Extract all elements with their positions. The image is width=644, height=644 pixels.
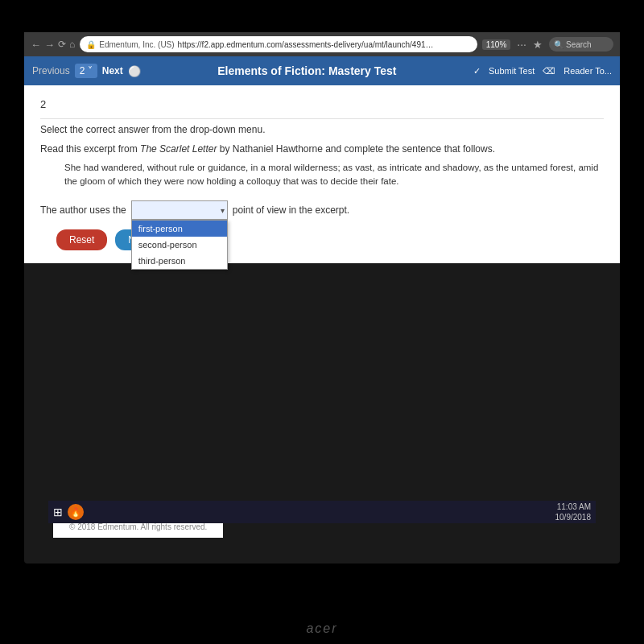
book-title: The Scarlet Letter bbox=[140, 143, 217, 155]
excerpt-text: She had wandered, without rule or guidan… bbox=[64, 161, 604, 189]
page-title: Elements of Fiction: Mastery Test bbox=[149, 64, 465, 77]
dropdown-item-third[interactable]: third-person bbox=[132, 253, 227, 269]
browser-right: 110% ··· ★ 🔍 Search bbox=[482, 37, 613, 52]
next-nav-button[interactable]: Next bbox=[102, 65, 123, 76]
instruction-text: Select the correct answer from the drop-… bbox=[40, 124, 604, 135]
content-area: 2 Select the correct answer from the dro… bbox=[24, 85, 620, 263]
taskbar-time: 11:03 AM bbox=[557, 502, 591, 512]
more-button[interactable]: ··· bbox=[517, 38, 526, 51]
question-number-badge: 2 ˅ bbox=[75, 64, 97, 78]
reset-button[interactable]: Reset bbox=[56, 229, 107, 250]
taskbar: ⊞ 🔥 11:03 AM 10/9/2018 bbox=[48, 501, 596, 523]
dropdown-open-list[interactable]: first-person second-person third-person bbox=[131, 220, 228, 270]
dropdown-item-second[interactable]: second-person bbox=[132, 237, 227, 253]
search-box[interactable]: 🔍 Search bbox=[549, 37, 613, 52]
back-icon[interactable]: ← bbox=[31, 39, 41, 51]
question-suffix: point of view in the excerpt. bbox=[233, 204, 349, 216]
taskbar-date: 10/9/2018 bbox=[555, 512, 592, 522]
check-icon: ✓ bbox=[473, 66, 481, 76]
browser-chrome: ← → ⟳ ⌂ 🔒 Edmentum, Inc. (US) https://f2… bbox=[24, 32, 620, 56]
search-label: Search bbox=[566, 40, 592, 49]
previous-button[interactable]: Previous bbox=[32, 65, 70, 76]
security-icon: 🔒 bbox=[86, 40, 96, 49]
taskbar-clock: 11:03 AM 10/9/2018 bbox=[555, 502, 592, 522]
reader-icon[interactable]: ⌫ bbox=[543, 66, 555, 76]
site-name: Edmentum, Inc. (US) bbox=[99, 40, 174, 49]
app-header: Previous 2 ˅ Next ⚪ Elements of Fiction:… bbox=[24, 56, 620, 85]
question-row: The author uses the first-person second-… bbox=[40, 200, 604, 220]
question-prefix: The author uses the bbox=[40, 204, 126, 216]
forward-icon[interactable]: → bbox=[44, 39, 55, 51]
reader-tool-label[interactable]: Reader To... bbox=[564, 66, 612, 76]
home-icon[interactable]: ⌂ bbox=[69, 39, 75, 50]
star-icon[interactable]: ★ bbox=[533, 39, 543, 51]
point-of-view-select[interactable]: first-person second-person third-person bbox=[131, 200, 228, 220]
divider bbox=[40, 118, 604, 119]
submit-test-button[interactable]: Submit Test bbox=[489, 66, 535, 76]
question-number-label: 2 bbox=[40, 98, 604, 110]
search-icon: 🔍 bbox=[554, 40, 564, 49]
url-text: https://f2.app.edmentum.com/assessments-… bbox=[178, 40, 436, 49]
zoom-badge: 110% bbox=[482, 39, 511, 50]
header-left: Previous 2 ˅ Next ⚪ bbox=[32, 64, 141, 78]
browser-taskbar-icon[interactable]: 🔥 bbox=[68, 504, 84, 520]
browser-nav[interactable]: ← → ⟳ ⌂ bbox=[31, 39, 75, 51]
start-button[interactable]: ⊞ bbox=[53, 506, 63, 518]
excerpt-instruction: Read this excerpt from The Scarlet Lette… bbox=[40, 143, 604, 155]
address-bar[interactable]: 🔒 Edmentum, Inc. (US) https://f2.app.edm… bbox=[80, 36, 477, 52]
reload-icon[interactable]: ⟳ bbox=[58, 39, 66, 50]
acer-logo: acer bbox=[306, 621, 337, 636]
settings-icon[interactable]: ⚪ bbox=[128, 65, 141, 77]
dropdown-item-first[interactable]: first-person bbox=[132, 221, 227, 237]
dropdown-container[interactable]: first-person second-person third-person … bbox=[131, 200, 228, 220]
header-right: ✓ Submit Test ⌫ Reader To... bbox=[473, 66, 612, 76]
